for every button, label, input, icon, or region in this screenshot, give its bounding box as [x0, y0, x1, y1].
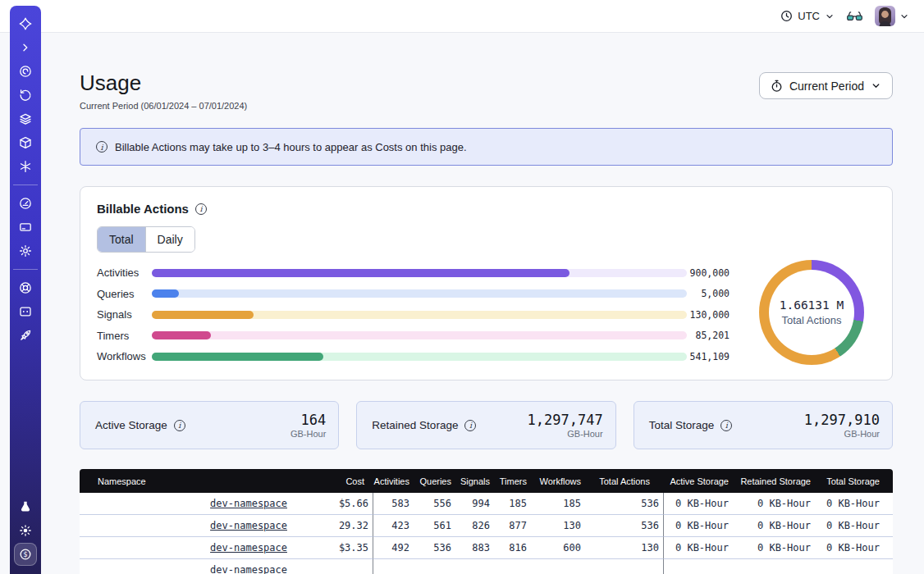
bar-value: 541,109 — [687, 351, 730, 362]
table-row: dev-namespace — [80, 559, 893, 574]
bar-label: Activities — [97, 266, 152, 279]
total-actions-donut-chart: 1.66131 M Total Actions — [759, 260, 864, 365]
namespace-cell: dev-namespace — [80, 515, 291, 537]
chevron-down-icon — [825, 11, 835, 21]
bar-track — [152, 269, 687, 277]
nav-getting-started-rocket-icon[interactable] — [14, 324, 37, 347]
value-cell — [291, 559, 373, 574]
value-cell: 423 — [373, 515, 414, 537]
value-cell — [455, 559, 494, 574]
top-bar: UTC — [0, 0, 924, 33]
storage-card-unit: GB-Hour — [804, 429, 880, 439]
value-cell — [373, 559, 414, 574]
col-header-activities: Activities — [373, 469, 414, 493]
nav-labs-flask-icon[interactable] — [14, 495, 37, 518]
retained-storage-card: Retained Storagei1,297,747GB-Hour — [356, 401, 615, 449]
namespace-link[interactable]: dev-namespace — [210, 520, 287, 531]
nav-usage-dollar-icon[interactable]: $ — [14, 543, 37, 566]
table-row: dev-namespace$3.354925368838166001300 KB… — [80, 537, 893, 559]
value-cell: 185 — [531, 493, 585, 515]
value-cell: 0 KB-Hour — [815, 493, 893, 515]
nav-usage-gauge-icon[interactable] — [14, 192, 37, 215]
total-actions-caption: Total Actions — [782, 314, 842, 326]
value-cell: 0 KB-Hour — [733, 493, 815, 515]
value-cell: 536 — [414, 537, 455, 559]
namespace-link[interactable]: dev-namespace — [210, 564, 287, 574]
billable-view-tabs: TotalDaily — [97, 226, 195, 253]
value-cell — [531, 559, 585, 574]
clock-icon — [780, 10, 793, 22]
value-cell: 0 KB-Hour — [663, 515, 733, 537]
value-cell: 29.32 — [291, 515, 373, 537]
value-cell: $3.35 — [291, 537, 373, 559]
nav-nexus-icon[interactable] — [14, 155, 37, 178]
bar-value: 130,000 — [687, 309, 730, 321]
tab-daily[interactable]: Daily — [145, 227, 194, 252]
nav-deployments-icon[interactable] — [14, 131, 37, 154]
bar-fill — [152, 353, 323, 361]
nav-namespaces-icon[interactable] — [14, 60, 37, 83]
namespace-link[interactable]: dev-namespace — [210, 542, 287, 554]
svg-text:$: $ — [23, 551, 27, 558]
storage-card-value: 164 — [290, 412, 326, 428]
value-cell: 130 — [585, 537, 663, 559]
nav-schedules-icon[interactable] — [14, 107, 37, 130]
info-icon[interactable]: i — [464, 420, 476, 431]
bar-track — [152, 331, 687, 339]
nav-settings-gear-icon[interactable] — [14, 239, 37, 262]
nav-divider — [13, 184, 38, 185]
active-storage-card: Active Storagei164GB-Hour — [80, 401, 339, 449]
col-header-retained-storage: Retained Storage — [733, 469, 815, 493]
bar-label: Signals — [97, 308, 152, 321]
info-icon[interactable]: i — [720, 420, 732, 431]
info-icon[interactable]: i — [195, 203, 207, 215]
info-icon[interactable]: i — [174, 420, 185, 431]
value-cell — [733, 559, 815, 574]
storage-card-unit: GB-Hour — [528, 429, 603, 439]
nav-divider — [13, 269, 38, 270]
value-cell — [585, 559, 663, 574]
user-avatar — [875, 6, 895, 26]
col-header-total-actions: Total Actions — [585, 469, 663, 493]
timezone-selector[interactable]: UTC — [780, 10, 835, 22]
bar-value: 5,000 — [687, 288, 730, 299]
nav-billing-card-icon[interactable] — [14, 216, 37, 239]
nav-expand-chevron-icon[interactable] — [14, 36, 37, 59]
glasses-icon[interactable] — [846, 10, 863, 23]
namespace-link[interactable]: dev-namespace — [210, 498, 287, 509]
period-selector-label: Current Period — [789, 80, 864, 93]
nav-temporal-logo-icon[interactable] — [14, 12, 37, 35]
total-actions-value: 1.66131 M — [780, 298, 844, 312]
bar-label: Timers — [97, 330, 152, 342]
page-title: Usage — [80, 71, 247, 95]
user-menu[interactable] — [875, 6, 909, 26]
value-cell: 994 — [455, 493, 494, 515]
col-header-signals: Signals — [455, 469, 494, 493]
col-header-active-storage: Active Storage — [663, 469, 733, 493]
bar-label: Workflows — [97, 350, 152, 362]
table-row: dev-namespace$5.665835569941851855360 KB… — [80, 493, 893, 515]
nav-terminal-bot-icon[interactable] — [14, 300, 37, 323]
value-cell: 536 — [585, 515, 663, 537]
value-cell: 185 — [494, 493, 531, 515]
stopwatch-icon — [771, 80, 783, 93]
period-selector-button[interactable]: Current Period — [759, 72, 893, 99]
app-window: UTC $ Usage Current Period (06/01/2024 –… — [0, 0, 924, 574]
col-header-namespace: Namespace — [80, 469, 291, 493]
tab-total[interactable]: Total — [98, 227, 145, 252]
namespace-cell: dev-namespace — [80, 493, 291, 515]
storage-summary-row: Active Storagei164GB-HourRetained Storag… — [80, 401, 893, 449]
nav-support-lifebuoy-icon[interactable] — [14, 276, 37, 299]
bar-track — [152, 289, 687, 298]
value-cell: 492 — [373, 537, 414, 559]
storage-card-label: Total Storagei — [649, 419, 733, 431]
nav-history-icon[interactable] — [14, 84, 37, 107]
info-banner-text: Billable Actions may take up to 3–4 hour… — [115, 141, 467, 153]
value-cell: $5.66 — [291, 493, 373, 515]
storage-card-unit: GB-Hour — [290, 429, 326, 439]
table-header-row: NamespaceCostActivitiesQueriesSignalsTim… — [80, 469, 893, 493]
nav-theme-sun-icon[interactable] — [14, 519, 37, 542]
bar-fill — [152, 269, 569, 277]
value-cell: 536 — [585, 493, 663, 515]
value-cell: 816 — [494, 537, 531, 559]
